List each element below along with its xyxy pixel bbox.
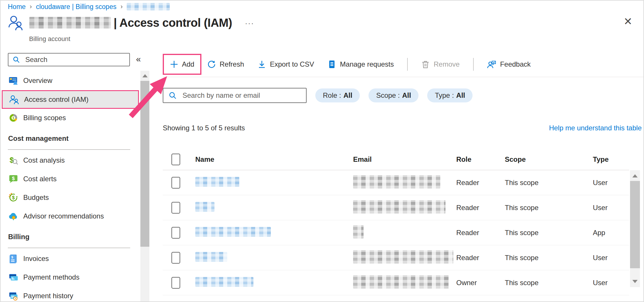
member-email-redacted	[353, 250, 453, 264]
row-checkbox[interactable]	[171, 202, 180, 214]
member-email-redacted	[353, 175, 440, 189]
type-filter-pill[interactable]: Type :All	[427, 88, 473, 102]
sidebar-item-budgets[interactable]: $ Budgets	[0, 189, 140, 207]
sidebar-item-billing-scopes[interactable]: $ Billing scopes	[0, 109, 140, 127]
refresh-button[interactable]: Refresh	[207, 60, 244, 69]
manage-requests-button[interactable]: Manage requests	[328, 60, 394, 69]
sidebar-item-payment-methods[interactable]: Payment methods	[0, 268, 140, 286]
role-cell: Reader	[456, 179, 505, 187]
billing-account-people-icon	[8, 15, 24, 31]
breadcrumb-billing-scopes[interactable]: cloudaware | Billing scopes	[36, 3, 117, 11]
type-cell: User	[593, 279, 629, 287]
search-icon	[12, 56, 20, 63]
sidebar-scrollbar-thumb[interactable]	[140, 81, 149, 247]
sidebar-collapse-icon[interactable]: «	[136, 54, 141, 64]
svg-text:$: $	[12, 116, 14, 120]
type-cell: User	[593, 204, 629, 212]
table-header: Name Email Role Scope Type	[163, 149, 629, 170]
sidebar-item-access-control-iam[interactable]: Access control (IAM)	[2, 90, 139, 109]
sidebar-item-overview[interactable]: Overview	[0, 72, 140, 90]
svg-text:$: $	[12, 176, 15, 181]
scope-cell: This scope	[505, 204, 593, 212]
add-button[interactable]: Add	[163, 54, 201, 75]
sidebar-item-advisor-recommendations[interactable]: Advisor recommendations	[0, 207, 140, 225]
member-name-redacted-link[interactable]	[195, 252, 227, 262]
payment-methods-icon	[8, 272, 19, 283]
type-cell: App	[593, 229, 629, 237]
sidebar-item-invoices[interactable]: $ Invoices	[0, 250, 140, 268]
table-row: Reader This scope App	[163, 220, 629, 245]
row-checkbox[interactable]	[171, 227, 180, 239]
row-checkbox[interactable]	[171, 177, 180, 189]
more-options-button[interactable]: ···	[245, 18, 254, 28]
select-all-checkbox[interactable]	[171, 154, 180, 165]
divider	[8, 248, 130, 248]
account-name-redacted	[29, 17, 111, 29]
sidebar-item-label: Cost alerts	[23, 175, 57, 183]
remove-button[interactable]: Remove	[421, 60, 459, 69]
page-header: | Access control (IAM) ···	[8, 15, 254, 31]
breadcrumb-separator: ›	[30, 3, 32, 10]
breadcrumb-home[interactable]: Home	[8, 3, 26, 11]
member-email-redacted	[353, 200, 446, 214]
budgets-icon: $	[8, 192, 19, 203]
feedback-button[interactable]: Feedback	[487, 60, 531, 69]
sidebar-item-label: Access control (IAM)	[24, 95, 88, 104]
column-header-email[interactable]: Email	[353, 155, 456, 164]
sidebar-item-label: Cost analysis	[23, 156, 65, 164]
export-to-csv-button[interactable]: Export to CSV	[257, 60, 314, 69]
member-name-redacted-link[interactable]	[195, 277, 253, 287]
scroll-up-icon[interactable]	[142, 74, 148, 77]
member-name-redacted-link[interactable]	[195, 202, 214, 212]
member-search-input[interactable]	[163, 88, 307, 103]
svg-text:$: $	[11, 255, 13, 259]
sidebar-item-cost-analysis[interactable]: $ Cost analysis	[0, 151, 140, 169]
sidebar-item-payment-history[interactable]: Payment history	[0, 287, 140, 302]
help-me-understand-link[interactable]: Help me understand this table	[549, 124, 642, 132]
table-row: Reader This scope User	[163, 245, 629, 270]
column-header-role[interactable]: Role	[456, 155, 505, 164]
sidebar-item-label: Invoices	[23, 255, 49, 263]
table-scrollbar[interactable]	[630, 170, 640, 287]
breadcrumb-redacted-account[interactable]	[127, 3, 170, 10]
cost-alerts-icon: $	[8, 174, 19, 184]
sidebar-item-label: Overview	[23, 77, 52, 85]
sidebar-item-label: Billing scopes	[23, 114, 66, 122]
sidebar-item-label: Payment methods	[23, 273, 79, 281]
sidebar-item-label: Advisor recommendations	[23, 212, 104, 220]
table-row: Owner This scope User	[163, 270, 629, 295]
role-filter-pill[interactable]: Role :All	[315, 88, 360, 102]
member-email-redacted	[353, 225, 364, 239]
section-header-billing: Billing	[8, 233, 29, 241]
close-icon[interactable]: ✕	[624, 16, 632, 27]
scroll-down-icon[interactable]	[632, 280, 638, 283]
row-checkbox[interactable]	[171, 277, 180, 289]
member-name-redacted-link[interactable]	[195, 227, 271, 237]
type-cell: User	[593, 254, 629, 262]
row-checkbox[interactable]	[171, 252, 180, 264]
member-name-redacted-link[interactable]	[195, 177, 239, 187]
table-row: Reader This scope User	[163, 195, 629, 220]
sidebar-item-label: Payment history	[23, 292, 73, 300]
scroll-up-icon[interactable]	[632, 174, 638, 177]
column-header-type[interactable]: Type	[593, 155, 629, 164]
sidebar-item-cost-alerts[interactable]: $ Cost alerts	[0, 170, 140, 188]
billing-scopes-donut-icon: $	[8, 113, 19, 123]
table-scrollbar-thumb[interactable]	[630, 181, 640, 268]
document-icon	[328, 60, 336, 69]
breadcrumb: Home › cloudaware | Billing scopes ›	[8, 2, 170, 12]
sidebar: « Overview Access control (IAM) $ Billin…	[0, 49, 150, 302]
sidebar-search-input[interactable]	[8, 53, 130, 66]
column-header-scope[interactable]: Scope	[505, 155, 593, 164]
search-icon	[169, 91, 177, 100]
scope-cell: This scope	[505, 279, 593, 287]
sidebar-scrollbar[interactable]	[140, 71, 149, 302]
azure-portal-page: Home › cloudaware | Billing scopes › | A…	[0, 0, 644, 302]
page-subtitle: Billing account	[29, 35, 70, 43]
scope-cell: This scope	[505, 179, 593, 187]
scope-filter-pill[interactable]: Scope :All	[368, 88, 418, 102]
column-header-name[interactable]: Name	[195, 155, 353, 164]
svg-text:$: $	[12, 195, 15, 200]
role-cell: Reader	[456, 229, 505, 237]
member-email-redacted	[353, 275, 449, 289]
